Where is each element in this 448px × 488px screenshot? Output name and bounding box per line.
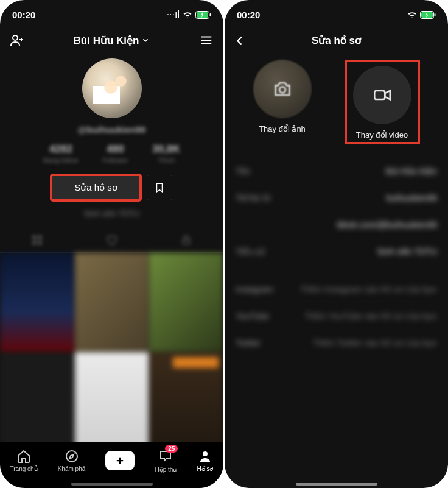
row-twitter[interactable]: TwitterThêm Twitter vào hồ sơ của bạn bbox=[225, 330, 448, 356]
back-button[interactable] bbox=[233, 34, 247, 50]
avatar[interactable] bbox=[82, 58, 142, 118]
row-key: TikTok ID bbox=[236, 193, 271, 203]
camera-icon bbox=[272, 79, 293, 99]
tab-liked[interactable] bbox=[74, 228, 149, 252]
change-video-label: Thay đổi video bbox=[356, 130, 408, 140]
inbox-badge: 25 bbox=[165, 445, 178, 453]
video-cell[interactable] bbox=[149, 253, 223, 352]
row-link[interactable]: tiktok.com/@buihuukien99 bbox=[225, 211, 448, 238]
bookmark-icon bbox=[154, 182, 165, 193]
stats-row: 4282 Đang follow 480 Follower 30,8K Thíc… bbox=[0, 143, 223, 164]
status-icons: ···ıl bbox=[167, 9, 211, 20]
video-cell[interactable] bbox=[75, 352, 149, 451]
nav-profile[interactable]: Hồ sơ bbox=[197, 449, 213, 472]
row-key: Tiểu sử bbox=[236, 247, 265, 256]
menu-icon[interactable] bbox=[199, 33, 214, 48]
row-value: Thêm YouTube vào hồ sơ của bạn bbox=[304, 311, 437, 321]
svg-rect-6 bbox=[33, 241, 37, 245]
phone-edit-profile-screen: 00:20 Sửa hồ sơ Thay đổi ảnh Thay đổ bbox=[225, 0, 448, 488]
row-name[interactable]: TênBùi Hữu Kiện bbox=[225, 158, 448, 185]
svg-rect-7 bbox=[38, 241, 42, 245]
wifi-icon bbox=[407, 11, 417, 18]
profile-title[interactable]: Bùi Hữu Kiện bbox=[74, 34, 150, 47]
change-video[interactable]: Thay đổi video bbox=[345, 60, 420, 144]
bio: Sinh viên TDTU bbox=[0, 209, 223, 218]
video-cell[interactable] bbox=[0, 253, 74, 352]
home-indicator bbox=[296, 483, 377, 486]
battery-icon bbox=[420, 11, 436, 19]
profile-icon bbox=[198, 449, 212, 464]
status-time: 00:20 bbox=[12, 10, 35, 20]
username: @buihuukien99 bbox=[0, 124, 223, 135]
signal-icon: ···ıl bbox=[167, 9, 180, 20]
row-key: Twitter bbox=[236, 338, 261, 348]
stat-num: 480 bbox=[103, 143, 128, 155]
video-cell[interactable] bbox=[0, 352, 74, 451]
page-title: Sửa hồ sơ bbox=[312, 34, 361, 47]
tab-videos[interactable] bbox=[0, 228, 74, 252]
row-instagram[interactable]: InstagramThêm Instagram vào hồ sơ của bạ… bbox=[225, 276, 448, 303]
phone-profile-screen: 00:20 ···ıl Bùi Hữu Kiện @buihuukien99 4… bbox=[0, 0, 223, 488]
svg-rect-15 bbox=[374, 91, 385, 99]
row-tiktok-id[interactable]: TikTok IDbuihuukien99 bbox=[225, 185, 448, 211]
chevron-left-icon bbox=[233, 34, 247, 48]
nav-home[interactable]: Trang chủ bbox=[10, 449, 38, 472]
nav-discover[interactable]: Khám phá bbox=[58, 449, 86, 472]
stat-likes[interactable]: 30,8K Thích bbox=[152, 143, 180, 164]
svg-point-3 bbox=[13, 35, 18, 40]
status-bar: 00:20 ···ıl bbox=[0, 0, 223, 27]
status-bar: 00:20 bbox=[225, 0, 448, 27]
video-cell[interactable] bbox=[75, 253, 149, 352]
row-value: tiktok.com/@buihuukien99 bbox=[337, 220, 437, 230]
battery-icon bbox=[195, 11, 211, 19]
stat-num: 30,8K bbox=[152, 143, 180, 155]
row-value: Bùi Hữu Kiện bbox=[386, 166, 437, 176]
svg-rect-5 bbox=[38, 236, 42, 239]
row-value: Thêm Instagram vào hồ sơ của bạn bbox=[300, 285, 437, 294]
nav-label: Hồ sơ bbox=[197, 465, 213, 472]
edit-row: Sửa hồ sơ bbox=[0, 175, 223, 200]
svg-point-14 bbox=[279, 87, 285, 93]
svg-point-10 bbox=[203, 451, 208, 456]
row-value: Thêm Twitter vào hồ sơ của bạn bbox=[313, 338, 437, 348]
compass-icon bbox=[65, 449, 79, 464]
create-button[interactable] bbox=[105, 451, 135, 470]
nav-inbox[interactable]: 25 Hộp thư bbox=[155, 448, 177, 473]
settings-list: TênBùi Hữu Kiện TikTok IDbuihuukien99 ti… bbox=[225, 158, 448, 356]
stat-label: Đang follow bbox=[43, 157, 78, 164]
video-cell[interactable] bbox=[149, 352, 223, 451]
row-key: Tên bbox=[236, 166, 250, 176]
row-youtube[interactable]: YouTubeThêm YouTube vào hồ sơ của bạn bbox=[225, 303, 448, 330]
row-value: Sinh viên TDTU bbox=[377, 247, 437, 256]
content-tabs bbox=[0, 228, 223, 253]
nav-label: Hộp thư bbox=[155, 466, 177, 473]
add-friend-icon[interactable] bbox=[10, 33, 24, 48]
home-icon bbox=[16, 449, 31, 464]
photo-circle bbox=[253, 60, 312, 118]
svg-rect-2 bbox=[210, 13, 211, 16]
row-bio[interactable]: Tiểu sửSinh viên TDTU bbox=[225, 238, 448, 265]
profile-header: Bùi Hữu Kiện bbox=[0, 27, 223, 56]
stat-label: Follower bbox=[103, 157, 128, 164]
profile-name: Bùi Hữu Kiện bbox=[74, 34, 139, 47]
video-circle bbox=[353, 66, 411, 124]
stat-label: Thích bbox=[152, 157, 180, 164]
change-photo[interactable]: Thay đổi ảnh bbox=[253, 60, 312, 144]
stat-num: 4282 bbox=[43, 143, 78, 155]
row-key: Instagram bbox=[236, 285, 273, 294]
svg-rect-4 bbox=[33, 236, 37, 239]
video-icon bbox=[372, 85, 393, 105]
edit-header: Sửa hồ sơ bbox=[225, 27, 448, 56]
tab-private[interactable] bbox=[149, 228, 223, 252]
row-key: YouTube bbox=[236, 311, 269, 321]
change-media-row: Thay đổi ảnh Thay đổi video bbox=[225, 56, 448, 144]
nav-create[interactable] bbox=[105, 451, 135, 470]
change-photo-label: Thay đổi ảnh bbox=[259, 124, 306, 133]
svg-point-9 bbox=[66, 451, 77, 462]
nav-label: Khám phá bbox=[58, 465, 86, 472]
edit-profile-button[interactable]: Sửa hồ sơ bbox=[51, 175, 141, 200]
bookmark-button[interactable] bbox=[147, 175, 172, 200]
status-icons bbox=[407, 11, 436, 19]
stat-followers[interactable]: 480 Follower bbox=[103, 143, 128, 164]
stat-following[interactable]: 4282 Đang follow bbox=[43, 143, 78, 164]
